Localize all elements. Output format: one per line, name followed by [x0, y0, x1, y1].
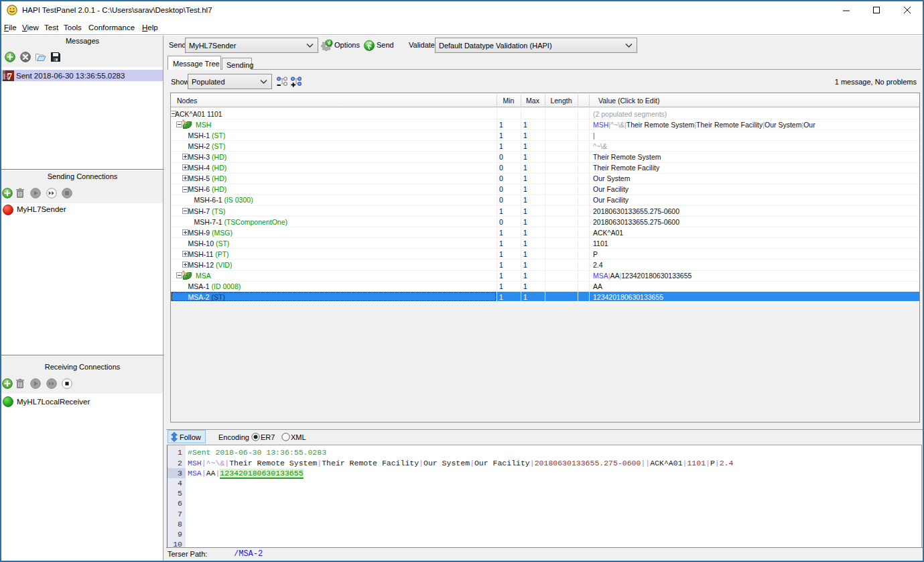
svg-text:7: 7	[7, 71, 13, 82]
